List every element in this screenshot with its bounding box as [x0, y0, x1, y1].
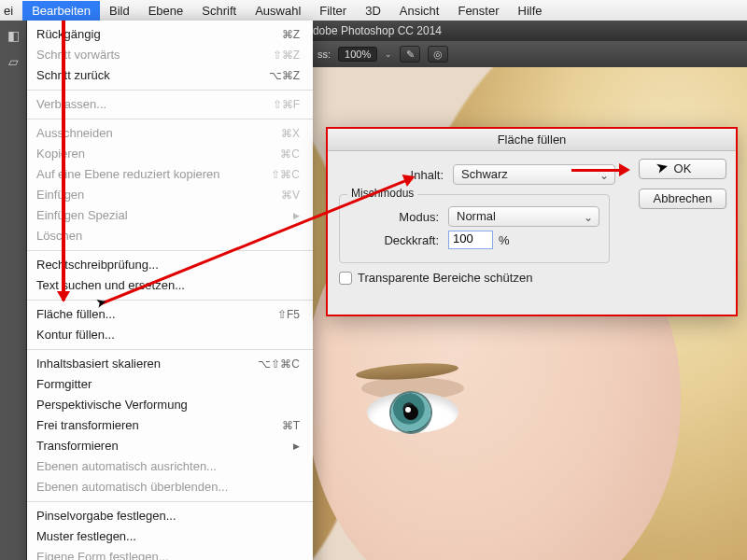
menu-item[interactable]: Transformieren	[27, 436, 313, 456]
tool-icon[interactable]: ◧	[2, 24, 24, 47]
menu-item-shortcut: ⌥⌘Z	[269, 67, 300, 84]
menu-item: Kopieren⌘C	[27, 144, 313, 164]
ok-button[interactable]: OK	[639, 159, 726, 179]
tool-icon[interactable]: ▱	[2, 50, 24, 73]
opacity-unit: %	[499, 233, 510, 247]
menu-item-shortcut: ⇧⌘C	[271, 166, 300, 183]
menu-item-label: Löschen	[36, 228, 82, 245]
cancel-button[interactable]: Abbrechen	[639, 189, 726, 209]
menu-item-shortcut: ⌥⇧⌘C	[258, 356, 300, 372]
tool-panel: ◧ ▱	[0, 21, 27, 560]
menu-item-partial[interactable]: ei	[0, 1, 22, 21]
zoom-value[interactable]: 100%	[338, 47, 377, 62]
menu-item[interactable]: Muster festlegen...	[27, 526, 313, 547]
menu-item-label: Muster festlegen...	[36, 528, 136, 545]
menu-item[interactable]: Rechtschreibprüfung...	[27, 255, 313, 275]
menu-item-bild[interactable]: Bild	[100, 1, 139, 21]
menu-item[interactable]: Kontur füllen...	[27, 325, 313, 345]
menu-item-3d[interactable]: 3D	[356, 1, 390, 21]
opacity-label: Deckkraft:	[349, 233, 443, 247]
menu-item-label: Frei transformieren	[36, 417, 139, 434]
menu-item: Löschen	[27, 226, 313, 246]
edit-menu-dropdown: Rückgängig⌘ZSchritt vorwärts⇧⌘ZSchritt z…	[27, 21, 313, 560]
menu-item-label: Text suchen und ersetzen...	[36, 277, 185, 294]
menu-item-label: Inhaltsbasiert skalieren	[36, 356, 161, 372]
menu-item[interactable]: Pinselvorgabe festlegen...	[27, 506, 313, 526]
menu-item-label: Einfügen	[36, 187, 84, 203]
menu-item-bearbeiten[interactable]: Bearbeiten	[22, 1, 100, 21]
menu-item[interactable]: Schritt zurück⌥⌘Z	[27, 65, 313, 86]
menu-item[interactable]: Fläche füllen...⇧F5	[27, 304, 313, 325]
menu-item-label: Rückgängig	[36, 26, 101, 43]
menu-item-auswahl[interactable]: Auswahl	[246, 1, 310, 21]
menu-item-label: Einfügen Spezial	[36, 207, 128, 224]
menu-item[interactable]: Rückgängig⌘Z	[27, 24, 313, 45]
menu-item-label: Perspektivische Verformung	[36, 397, 188, 413]
mode-label: Modus:	[349, 210, 443, 224]
menu-item: Ebenen automatisch ausrichten...	[27, 456, 313, 477]
menu-item-shortcut: ⌘T	[282, 417, 300, 434]
menu-item-label: Verblassen...	[36, 96, 106, 113]
zoom-label: ss:	[317, 49, 331, 60]
menu-item-label: Rechtschreibprüfung...	[36, 257, 159, 273]
menu-item[interactable]: Formgitter	[27, 374, 313, 395]
menu-item-label: Formgitter	[36, 376, 92, 393]
content-label: Inhalt:	[345, 168, 447, 182]
menu-item-schrift[interactable]: Schrift	[192, 1, 246, 21]
menu-item-label: Transformieren	[36, 438, 119, 455]
menu-item: Ausschneiden⌘X	[27, 123, 313, 144]
scrubby-zoom-icon[interactable]: ✎	[400, 46, 420, 63]
fill-dialog: Fläche füllen Inhalt: Schwarz OK Abbrech…	[326, 127, 738, 316]
menu-item-shortcut: ⇧⌘Z	[273, 47, 300, 63]
menu-item-shortcut: ⌘Z	[282, 26, 300, 43]
menu-item-label: Ausschneiden	[36, 125, 113, 142]
blend-group: Mischmodus Modus: Normal Deckkraft: 100 …	[339, 194, 610, 263]
chevron-down-icon[interactable]: ⌄	[385, 49, 392, 59]
menu-item-label: Schritt zurück	[36, 67, 110, 84]
system-menubar: ei Bearbeiten Bild Ebene Schrift Auswahl…	[0, 0, 747, 21]
menu-item[interactable]: Inhaltsbasiert skalieren⌥⇧⌘C	[27, 354, 313, 374]
menu-item-label: Auf eine Ebene reduziert kopieren	[36, 166, 220, 183]
menu-item: Schritt vorwärts⇧⌘Z	[27, 45, 313, 65]
menu-item-label: Kopieren	[36, 146, 85, 162]
menu-item: Ebenen automatisch überblenden...	[27, 477, 313, 497]
menu-item-label: Schritt vorwärts	[36, 47, 120, 63]
menu-item-ansicht[interactable]: Ansicht	[390, 1, 449, 21]
menu-item[interactable]: Perspektivische Verformung	[27, 395, 313, 415]
menu-item-shortcut: ⌘C	[280, 146, 300, 162]
menu-item-hilfe[interactable]: Hilfe	[509, 1, 552, 21]
menu-item-ebene[interactable]: Ebene	[139, 1, 193, 21]
mode-select[interactable]: Normal	[448, 206, 599, 227]
dialog-title: Fläche füllen	[328, 129, 736, 151]
menu-item: Verblassen...⇧⌘F	[27, 94, 313, 115]
menu-item[interactable]: Text suchen und ersetzen...	[27, 275, 313, 296]
menu-item: Eigene Form festlegen...	[27, 547, 313, 560]
menu-item-label: Ebenen automatisch ausrichten...	[36, 458, 217, 475]
menu-item-shortcut: ⌘X	[281, 125, 300, 142]
preserve-transparency-checkbox[interactable]	[339, 272, 352, 285]
menu-item-filter[interactable]: Filter	[310, 1, 356, 21]
menu-item[interactable]: Frei transformieren⌘T	[27, 415, 313, 436]
menu-item-shortcut: ⌘V	[281, 187, 300, 203]
menu-item: Einfügen⌘V	[27, 185, 313, 205]
preserve-transparency-label: Transparente Bereiche schützen	[358, 271, 532, 285]
menu-item-shortcut: ⇧F5	[277, 306, 300, 323]
opacity-input[interactable]: 100	[448, 231, 493, 249]
menu-item-label: Kontur füllen...	[36, 327, 115, 343]
menu-item: Einfügen Spezial	[27, 205, 313, 226]
menu-item-shortcut: ⇧⌘F	[273, 96, 300, 113]
menu-item-label: Eigene Form festlegen...	[36, 549, 169, 560]
menu-item: Auf eine Ebene reduziert kopieren⇧⌘C	[27, 164, 313, 185]
menu-item-label: Pinselvorgabe festlegen...	[36, 508, 176, 525]
content-select[interactable]: Schwarz	[453, 164, 615, 185]
menu-item-fenster[interactable]: Fenster	[448, 1, 508, 21]
app-title: Adobe Photoshop CC 2014	[305, 24, 442, 37]
menu-item-label: Ebenen automatisch überblenden...	[36, 479, 228, 496]
target-icon[interactable]: ◎	[428, 46, 448, 63]
blend-group-legend: Mischmodus	[347, 187, 417, 200]
